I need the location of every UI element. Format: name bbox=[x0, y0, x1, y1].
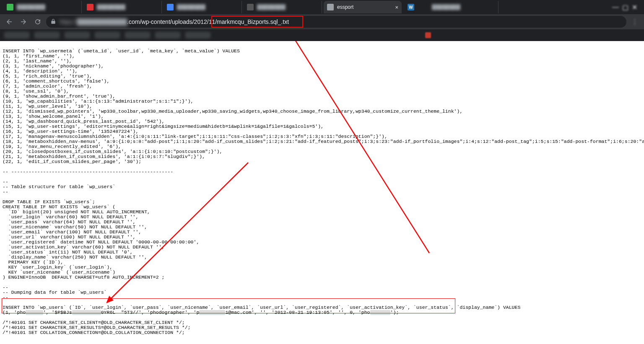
sql-dump-text: INSERT INTO `wp_usermeta` (`umeta_id`, `… bbox=[0, 41, 644, 338]
maximize-button[interactable]: ▢ bbox=[622, 3, 628, 11]
tab-strip: ████████ ████████ ████████ ████████ essp… bbox=[0, 0, 644, 14]
lock-icon bbox=[50, 18, 56, 26]
file-icon bbox=[327, 4, 334, 10]
menu-button[interactable]: ⋮ bbox=[629, 16, 641, 28]
tab-inactive-2[interactable]: ████████ bbox=[83, 1, 162, 13]
bookmark-item[interactable] bbox=[65, 32, 90, 39]
minimize-button[interactable]: — bbox=[612, 3, 619, 11]
address-bar[interactable]: https://████████████.com/wp-content/uplo… bbox=[46, 16, 626, 28]
tab-inactive-6[interactable]: ████████ bbox=[420, 1, 499, 13]
close-window-button[interactable]: ✕ bbox=[632, 3, 637, 11]
bookmark-item[interactable] bbox=[185, 32, 210, 39]
bookmark-icon[interactable] bbox=[425, 32, 431, 38]
tab-active[interactable]: essport × bbox=[324, 1, 402, 13]
bookmark-item[interactable] bbox=[125, 32, 150, 39]
bookmark-item[interactable] bbox=[34, 32, 60, 39]
wordpress-favicon: W bbox=[408, 4, 414, 10]
bookmark-item[interactable] bbox=[4, 32, 29, 39]
bookmarks-bar bbox=[0, 29, 644, 41]
back-button[interactable] bbox=[3, 16, 15, 28]
window-controls: — ▢ ✕ bbox=[612, 3, 641, 11]
close-tab-button[interactable]: × bbox=[395, 4, 398, 10]
tab-title: essport bbox=[337, 4, 392, 10]
page-content: INSERT INTO `wp_usermeta` (`umeta_id`, `… bbox=[0, 41, 644, 344]
forward-button[interactable] bbox=[18, 16, 29, 28]
tab-inactive-4[interactable]: ████████ bbox=[244, 1, 322, 13]
tab-inactive-5[interactable]: W bbox=[403, 1, 418, 13]
bookmark-item[interactable] bbox=[155, 32, 180, 39]
toolbar: https://████████████.com/wp-content/uplo… bbox=[0, 14, 644, 29]
reload-button[interactable] bbox=[32, 16, 44, 28]
url-text: https://████████████.com/wp-content/uplo… bbox=[60, 18, 289, 25]
tab-inactive-3[interactable]: ████████ bbox=[164, 1, 242, 13]
tab-inactive-1[interactable]: ████████ bbox=[3, 1, 82, 13]
browser-chrome: ████████ ████████ ████████ ████████ essp… bbox=[0, 0, 644, 41]
bookmark-item[interactable] bbox=[95, 32, 120, 39]
